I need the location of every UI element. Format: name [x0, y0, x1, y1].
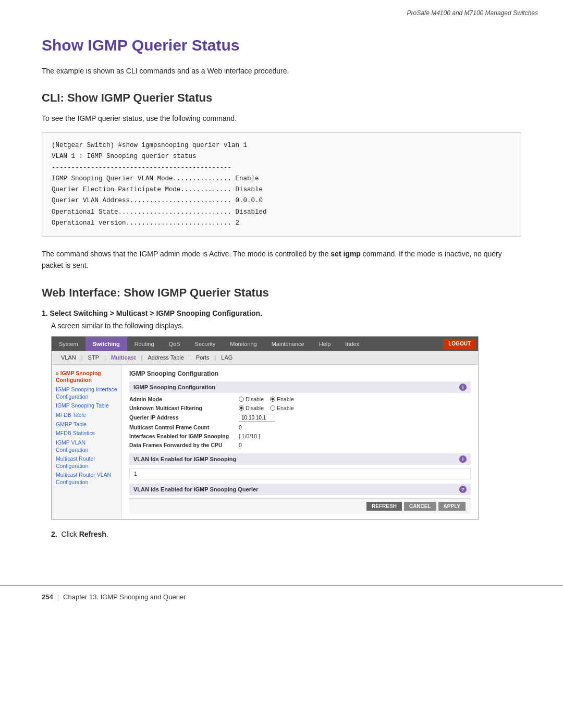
- label-data-frames: Data Frames Forwarded by the CPU: [129, 442, 239, 448]
- screen-caption: A screen similar to the following displa…: [42, 322, 521, 330]
- ui-row-unknown-multicast: Unknown Multicast Filtering Disable Enab…: [129, 405, 471, 411]
- label-interfaces: Interfaces Enabled for IGMP Snooping: [129, 433, 239, 439]
- ui-vlan-section: VLAN Ids Enabled for IGMP Snooping i 1: [129, 453, 471, 479]
- ui-sidebar: » IGMP Snooping Configuration IGMP Snoop…: [52, 365, 122, 519]
- page-content: Show IGMP Querier Status The example is …: [0, 21, 563, 575]
- step-2-num: 2.: [51, 530, 57, 538]
- cli-section-title: CLI: Show IGMP Querier Status: [42, 91, 521, 105]
- radio-circle-disable: [239, 397, 244, 402]
- radio-disable-umf[interactable]: Disable: [239, 405, 264, 411]
- ui-section1-header: IGMP Snooping Configuration i: [129, 381, 471, 393]
- radio-circle-disable-umf: [239, 405, 244, 411]
- ui-row-admin-mode: Admin Mode Disable Enable: [129, 396, 471, 402]
- info-icon-2: i: [459, 455, 467, 463]
- sidebar-multicast-router-vlan[interactable]: Multicast Router VLAN Configuration: [56, 472, 117, 486]
- ui-row-data-frames: Data Frames Forwarded by the CPU 0: [129, 442, 471, 448]
- nav-security[interactable]: Security: [188, 337, 223, 351]
- sidebar-mfdb-statistics[interactable]: MFDB Statistics: [56, 430, 117, 437]
- ui-vlan-value: 1: [129, 468, 471, 479]
- label-admin-mode: Admin Mode: [129, 396, 239, 402]
- main-title: Show IGMP Querier Status: [42, 36, 521, 54]
- nav-qos[interactable]: QoS: [162, 337, 188, 351]
- nav-help[interactable]: Help: [312, 337, 338, 351]
- product-name: ProSafe M4100 and M7100 Managed Switches: [407, 9, 538, 17]
- cli-section-desc: To see the IGMP querier status, use the …: [42, 113, 521, 124]
- value-interfaces: [ 1/0/10 ]: [239, 433, 260, 439]
- ui-row-mcfc: Multicast Control Frame Count 0: [129, 424, 471, 430]
- subnav-multicast[interactable]: Multicast: [107, 353, 140, 362]
- label-mcfc: Multicast Control Frame Count: [129, 424, 239, 430]
- nav-switching[interactable]: Switching: [85, 337, 127, 351]
- step-2-text: 2. Click Refresh.: [42, 530, 521, 538]
- ui-section3-header: VLAN Ids Enabled for IGMP Snooping Queri…: [129, 484, 471, 495]
- subnav-ports[interactable]: Ports: [192, 353, 214, 362]
- step-1: 1. Select Switching > Multicast > IGMP S…: [42, 309, 521, 520]
- nav-maintenance[interactable]: Maintenance: [264, 337, 312, 351]
- nav-index[interactable]: Index: [338, 337, 366, 351]
- sidebar-igmp-snooping-table[interactable]: IGMP Snooping Table: [56, 402, 117, 410]
- subnav-address-table[interactable]: Address Table: [143, 353, 188, 362]
- ui-row-querier-ip: Querier IP Address: [129, 414, 471, 422]
- footer-chapter: Chapter 13. IGMP Snooping and Querier: [63, 593, 186, 601]
- input-querier-ip[interactable]: [239, 414, 275, 422]
- info-icon-1: i: [459, 384, 467, 391]
- web-section-title: Web Interface: Show IGMP Querier Status: [42, 286, 521, 300]
- sidebar-mfdb-table[interactable]: MFDB Table: [56, 412, 117, 419]
- nav-system[interactable]: System: [52, 337, 85, 351]
- footer-separator: |: [57, 593, 59, 601]
- ui-section3-label: VLAN Ids Enabled for IGMP Snooping Queri…: [133, 486, 258, 492]
- radio-enable-umf[interactable]: Enable: [270, 405, 294, 411]
- ui-section1-label: IGMP Snooping Configuration: [133, 384, 215, 390]
- subnav-stp[interactable]: STP: [84, 353, 103, 362]
- ui-section2-label: VLAN Ids Enabled for IGMP Snooping: [133, 456, 236, 462]
- page-footer: 254 | Chapter 13. IGMP Snooping and Quer…: [0, 585, 563, 608]
- value-admin-mode: Disable Enable: [239, 396, 294, 402]
- subnav-vlan[interactable]: VLAN: [57, 353, 80, 362]
- sidebar-igmp-snooping-config[interactable]: » IGMP Snooping Configuration: [56, 370, 117, 384]
- sidebar-multicast-router-config[interactable]: Multicast Router Configuration: [56, 455, 117, 470]
- info-icon-3: ?: [459, 486, 467, 493]
- value-data-frames: 0: [239, 442, 242, 448]
- cli-code-block: (Netgear Switch) #show igmpsnooping quer…: [42, 132, 521, 237]
- ui-main: IGMP Snooping Configuration IGMP Snoopin…: [122, 365, 478, 519]
- cancel-button[interactable]: CANCEL: [404, 502, 436, 511]
- value-mcfc: 0: [239, 424, 242, 430]
- nav-routing[interactable]: Routing: [127, 337, 162, 351]
- radio-circle-enable: [270, 397, 275, 402]
- sidebar-igmp-snooping-interface[interactable]: IGMP Snooping Interface Configuration: [56, 386, 117, 400]
- nav-monitoring[interactable]: Monitoring: [223, 337, 264, 351]
- ui-main-title: IGMP Snooping Configuration: [129, 370, 471, 377]
- nav-logout[interactable]: LOGOUT: [443, 339, 476, 349]
- ui-buttons-bar: REFRESH CANCEL APPLY: [129, 498, 471, 514]
- intro-text: The example is shown as CLI commands and…: [42, 66, 521, 77]
- page-header: ProSafe M4100 and M7100 Managed Switches: [0, 0, 563, 21]
- refresh-button[interactable]: REFRESH: [366, 502, 402, 511]
- step-2: 2. Click Refresh.: [42, 530, 521, 538]
- value-unknown-multicast: Disable Enable: [239, 405, 294, 411]
- ui-sub-nav: VLAN | STP | Multicast | Address Table |…: [52, 351, 478, 365]
- label-querier-ip: Querier IP Address: [129, 414, 239, 421]
- footer-page-number: 254: [42, 593, 53, 601]
- body-text: The command shows that the IGMP admin mo…: [42, 248, 521, 272]
- label-unknown-multicast: Unknown Multicast Filtering: [129, 405, 239, 411]
- ui-row-interfaces: Interfaces Enabled for IGMP Snooping [ 1…: [129, 433, 471, 439]
- radio-circle-enable-umf: [270, 405, 275, 411]
- ui-section2-header: VLAN Ids Enabled for IGMP Snooping i: [129, 453, 471, 465]
- ui-body: » IGMP Snooping Configuration IGMP Snoop…: [52, 365, 478, 519]
- web-ui-screenshot: System Switching Routing QoS Security Mo…: [51, 336, 479, 520]
- sidebar-gmrp-table[interactable]: GMRP Table: [56, 421, 117, 428]
- subnav-lag[interactable]: LAG: [217, 353, 237, 362]
- radio-enable-admin[interactable]: Enable: [270, 396, 294, 402]
- sidebar-igmp-vlan-config[interactable]: IGMP VLAN Configuration: [56, 439, 117, 453]
- ui-querier-section: VLAN Ids Enabled for IGMP Snooping Queri…: [129, 484, 471, 495]
- apply-button[interactable]: APPLY: [438, 502, 466, 511]
- ui-nav-bar: System Switching Routing QoS Security Mo…: [52, 337, 478, 351]
- value-querier-ip: [239, 414, 275, 422]
- radio-disable-admin[interactable]: Disable: [239, 396, 264, 402]
- step-1-label: 1. Select Switching > Multicast > IGMP S…: [42, 309, 521, 317]
